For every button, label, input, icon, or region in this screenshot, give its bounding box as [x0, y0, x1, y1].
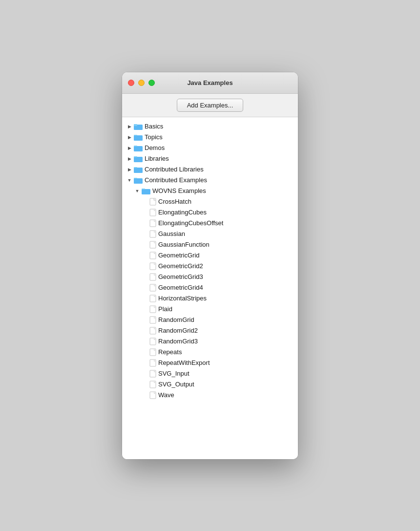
tree-container: Basics Topics Demos: [122, 117, 298, 459]
svg-rect-2: [134, 124, 137, 125]
svg-rect-9: [134, 168, 143, 173]
svg-rect-19: [150, 241, 156, 248]
tree-item-gaussian-function[interactable]: GaussianFunction: [122, 239, 298, 250]
svg-rect-17: [150, 220, 156, 227]
tree-item-crosshatch[interactable]: CrossHatch: [122, 196, 298, 207]
file-icon-crosshatch: [149, 198, 156, 206]
minimize-button[interactable]: [138, 80, 145, 86]
svg-rect-5: [134, 146, 143, 151]
tree-item-contributed-examples[interactable]: Contributed Examples: [122, 175, 298, 186]
label-wave: Wave: [158, 391, 174, 399]
tree-item-topics[interactable]: Topics: [122, 132, 298, 143]
tree-item-wave[interactable]: Wave: [122, 390, 298, 401]
maximize-button[interactable]: [148, 80, 155, 86]
label-contributed-libraries: Contributed Libraries: [145, 166, 204, 173]
arrow-libraries: [126, 155, 133, 162]
svg-rect-28: [150, 338, 156, 345]
svg-rect-27: [150, 327, 156, 334]
app-window: Java Examples Add Examples... Basics: [122, 72, 298, 459]
folder-icon-contributed-libraries: [134, 166, 143, 173]
tree-item-elongating-cubes-offset[interactable]: ElongatingCubesOffset: [122, 218, 298, 229]
svg-rect-25: [150, 306, 156, 313]
svg-rect-13: [142, 189, 150, 194]
tree-item-repeat-with-export[interactable]: RepeatWithExport: [122, 358, 298, 368]
label-elongating-cubes: ElongatingCubes: [158, 209, 207, 216]
file-icon-geometric-grid2: [149, 262, 156, 270]
label-geometric-grid3: GeometricGrid3: [158, 273, 203, 280]
file-icon-horizontal-stripes: [149, 295, 156, 302]
toolbar: Add Examples...: [122, 94, 298, 117]
svg-rect-10: [134, 167, 137, 168]
file-icon-random-grid: [149, 316, 156, 324]
svg-rect-33: [150, 392, 156, 399]
label-repeats: Repeats: [158, 348, 182, 356]
label-libraries: Libraries: [145, 155, 169, 162]
window-title: Java Examples: [187, 79, 232, 86]
tree-item-svg-output[interactable]: SVG_Output: [122, 379, 298, 390]
tree-item-random-grid2[interactable]: RandomGrid2: [122, 325, 298, 336]
label-random-grid3: RandomGrid3: [158, 338, 198, 345]
traffic-lights: [128, 80, 155, 86]
tree-item-elongating-cubes[interactable]: ElongatingCubes: [122, 207, 298, 218]
tree-item-random-grid3[interactable]: RandomGrid3: [122, 336, 298, 347]
label-repeat-with-export: RepeatWithExport: [158, 359, 210, 366]
label-basics: Basics: [145, 123, 163, 130]
arrow-demos: [126, 145, 133, 151]
svg-rect-31: [150, 370, 156, 377]
tree-item-wovns-examples[interactable]: WOVNS Examples: [122, 186, 298, 196]
svg-rect-3: [134, 135, 143, 141]
file-icon-repeat-with-export: [149, 359, 156, 367]
label-crosshatch: CrossHatch: [158, 198, 191, 205]
label-gaussian: Gaussian: [158, 230, 185, 237]
file-icon-wave: [149, 391, 156, 399]
add-examples-button[interactable]: Add Examples...: [177, 99, 244, 112]
tree-item-geometric-grid3[interactable]: GeometricGrid3: [122, 272, 298, 282]
tree-item-contributed-libraries[interactable]: Contributed Libraries: [122, 164, 298, 175]
label-random-grid: RandomGrid: [158, 316, 194, 323]
label-elongating-cubes-offset: ElongatingCubesOffset: [158, 219, 223, 227]
svg-rect-16: [150, 209, 156, 216]
label-random-grid2: RandomGrid2: [158, 327, 198, 334]
file-icon-geometric-grid4: [149, 284, 156, 292]
label-wovns-examples: WOVNS Examples: [152, 187, 206, 194]
file-icon-geometric-grid3: [149, 273, 156, 281]
tree-item-geometric-grid4[interactable]: GeometricGrid4: [122, 282, 298, 293]
label-svg-output: SVG_Output: [158, 381, 194, 388]
tree-item-libraries[interactable]: Libraries: [122, 153, 298, 164]
tree-item-plaid[interactable]: Plaid: [122, 304, 298, 315]
svg-rect-30: [150, 360, 156, 366]
tree-item-gaussian[interactable]: Gaussian: [122, 229, 298, 239]
svg-rect-6: [134, 146, 137, 147]
label-geometric-grid2: GeometricGrid2: [158, 262, 203, 270]
folder-icon-contributed-examples: [134, 177, 143, 184]
svg-rect-11: [134, 178, 143, 184]
folder-icon-wovns-examples: [142, 188, 150, 194]
label-svg-input: SVG_Input: [158, 370, 189, 377]
file-icon-random-grid2: [149, 327, 156, 335]
folder-icon-basics: [134, 123, 143, 130]
tree-item-demos[interactable]: Demos: [122, 143, 298, 153]
svg-rect-8: [134, 156, 137, 157]
svg-rect-22: [150, 274, 156, 280]
file-icon-svg-output: [149, 381, 156, 388]
svg-rect-20: [150, 252, 156, 259]
arrow-topics: [126, 134, 133, 141]
tree-item-basics[interactable]: Basics: [122, 121, 298, 132]
svg-rect-23: [150, 284, 156, 291]
tree-item-svg-input[interactable]: SVG_Input: [122, 368, 298, 379]
label-topics: Topics: [145, 133, 163, 141]
svg-rect-21: [150, 263, 156, 270]
folder-icon-libraries: [134, 155, 143, 162]
file-icon-gaussian-function: [149, 241, 156, 249]
tree-item-horizontal-stripes[interactable]: HorizontalStripes: [122, 293, 298, 304]
file-icon-random-grid3: [149, 338, 156, 345]
svg-rect-24: [150, 295, 156, 302]
close-button[interactable]: [128, 80, 134, 86]
svg-rect-14: [142, 189, 145, 190]
tree-item-geometric-grid[interactable]: GeometricGrid: [122, 250, 298, 261]
tree-item-random-grid[interactable]: RandomGrid: [122, 315, 298, 325]
svg-rect-32: [150, 381, 156, 388]
tree-item-geometric-grid2[interactable]: GeometricGrid2: [122, 261, 298, 272]
tree-item-repeats[interactable]: Repeats: [122, 347, 298, 358]
file-icon-svg-input: [149, 370, 156, 378]
